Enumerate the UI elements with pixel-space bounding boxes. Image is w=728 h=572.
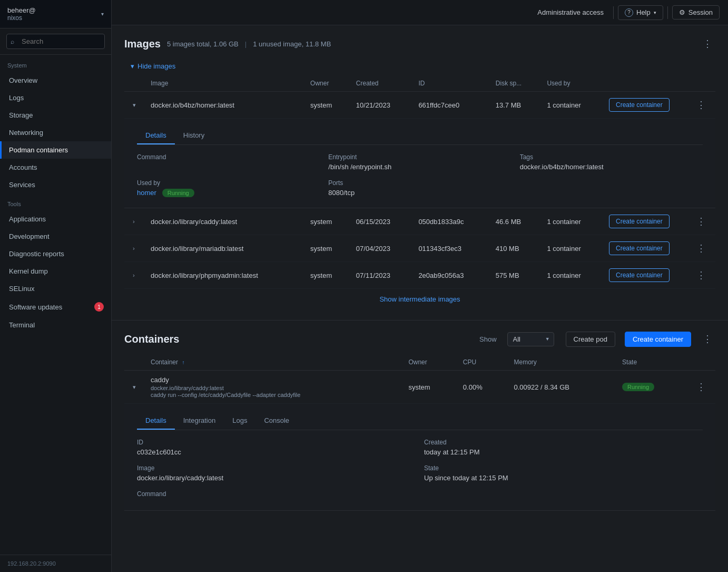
col-id: ID (412, 75, 489, 92)
help-button[interactable]: ? Help ▾ (618, 5, 663, 20)
caddy-details-cell: Details Integration Logs Console ID c032… (124, 404, 715, 511)
row3-create-container-button[interactable]: Create container (609, 241, 670, 255)
row2-expand-button[interactable]: › (131, 217, 137, 226)
sidebar-item-podman[interactable]: Podman containers (0, 141, 111, 159)
row4-create-container-button[interactable]: Create container (609, 268, 670, 282)
table-row: › docker.io/library/caddy:latest system … (124, 208, 715, 235)
sidebar-item-development[interactable]: Development (0, 228, 111, 245)
sidebar-item-diagnostic[interactable]: Diagnostic reports (0, 245, 111, 263)
create-container-main-button[interactable]: Create container (625, 332, 691, 347)
sidebar-item-software[interactable]: Software updates 1 (0, 297, 111, 316)
sidebar-item-networking[interactable]: Networking (0, 124, 111, 141)
show-filter-select[interactable]: All Running Stopped (507, 332, 554, 346)
cont-col-state: State (616, 354, 687, 371)
row3-created: 07/04/2023 (350, 235, 412, 262)
row1-used-by-link[interactable]: homer (137, 189, 156, 197)
row1-tags-value: docker.io/b4bz/homer:latest (520, 163, 703, 171)
row1-create-container-button[interactable]: Create container (609, 98, 670, 112)
sidebar-item-overview[interactable]: Overview (0, 72, 111, 89)
caddy-tab-integration[interactable]: Integration (175, 412, 224, 430)
table-row: ▾ docker.io/b4bz/homer:latest system 10/… (124, 92, 715, 119)
sidebar-item-kernel[interactable]: Kernel dump (0, 263, 111, 280)
row3-more: ⋮ (687, 235, 715, 262)
images-more-button[interactable]: ⋮ (700, 36, 715, 52)
row2-hash: 050db1833a9c (412, 208, 489, 235)
row1-details-tabs: Details History (137, 127, 703, 145)
caddy-details-inner: Details Integration Logs Console ID c032… (124, 404, 715, 510)
row1-hash: 661ffdc7cee0 (412, 92, 489, 119)
cont-col-owner: Owner (402, 354, 456, 371)
row1-tab-details[interactable]: Details (137, 127, 175, 144)
row4-more: ⋮ (687, 262, 715, 289)
search-wrap: ⌕ (6, 34, 105, 49)
software-badge: 1 (94, 302, 104, 312)
caddy-memory: 0.00922 / 8.34 GB (507, 371, 616, 404)
row1-details-cell: Details History Command Entryp (124, 119, 715, 208)
search-input[interactable] (6, 34, 105, 49)
row2-more-button[interactable]: ⋮ (693, 214, 709, 229)
row1-tab-history[interactable]: History (175, 127, 213, 144)
cont-col-container: Container ↑ (144, 354, 402, 371)
caddy-tab-details[interactable]: Details (137, 412, 175, 430)
row4-actions: Create container (603, 262, 687, 289)
row1-more-button[interactable]: ⋮ (693, 97, 709, 113)
sidebar-item-accounts[interactable]: Accounts (0, 159, 111, 176)
hide-images-toggle[interactable]: ▾ Hide images (124, 59, 715, 73)
images-meta2: 1 unused image, 11.8 MB (253, 40, 331, 48)
sort-asc-icon[interactable]: ↑ (182, 360, 184, 365)
sidebar-item-storage[interactable]: Storage (0, 106, 111, 124)
sidebar-footer: 192.168.20.2:9090 (0, 555, 111, 572)
caddy-expand-cell: ▾ (124, 371, 144, 404)
sidebar: beheer@ nixos ▾ ⌕ System Overview Logs S… (0, 0, 112, 572)
row4-more-button[interactable]: ⋮ (693, 267, 709, 283)
images-title: Images (124, 38, 161, 50)
session-button[interactable]: ⚙ Session (672, 5, 720, 20)
show-intermediate-link[interactable]: Show intermediate images (124, 289, 715, 309)
sidebar-item-logs[interactable]: Logs (0, 89, 111, 106)
admin-access-label: Administrative access (532, 6, 609, 19)
row1-entrypoint-label: Entrypoint (328, 153, 511, 161)
table-row: › docker.io/library/phpmyadmin:latest sy… (124, 262, 715, 289)
sidebar-header[interactable]: beheer@ nixos ▾ (0, 0, 111, 28)
images-meta-sep: | (245, 40, 247, 48)
row3-expand-button[interactable]: › (131, 244, 137, 253)
row1-detail-entrypoint: Entrypoint /bin/sh /entrypoint.sh (328, 153, 511, 171)
caddy-tab-console[interactable]: Console (255, 412, 298, 430)
row3-more-button[interactable]: ⋮ (693, 240, 709, 256)
row1-expand-button[interactable]: ▾ (131, 101, 138, 110)
row2-image-name: docker.io/library/caddy:latest (144, 208, 304, 235)
overview-label: Overview (9, 76, 37, 84)
sidebar-item-applications[interactable]: Applications (0, 210, 111, 228)
containers-section: Containers Show All Running Stopped Crea… (112, 321, 728, 521)
help-circle-icon: ? (625, 8, 633, 17)
sidebar-item-terminal[interactable]: Terminal (0, 316, 111, 334)
help-label: Help (636, 8, 651, 16)
main-area: Administrative access ? Help ▾ ⚙ Session… (112, 0, 728, 572)
row4-expand-cell: › (124, 262, 144, 289)
row2-create-container-button[interactable]: Create container (609, 215, 670, 228)
sidebar-item-selinux[interactable]: SELinux (0, 280, 111, 297)
col-disk: Disk sp... (489, 75, 541, 92)
development-label: Development (9, 232, 50, 240)
caddy-more-cell: ⋮ (687, 371, 715, 404)
images-meta1: 5 images total, 1.06 GB (167, 40, 239, 48)
col-more (687, 75, 715, 92)
sidebar-item-services[interactable]: Services (0, 176, 111, 193)
row4-expand-button[interactable]: › (131, 271, 137, 279)
table-row: › docker.io/library/mariadb:latest syste… (124, 235, 715, 262)
caddy-created-value: today at 12:15 PM (424, 448, 703, 456)
sidebar-user-info: beheer@ nixos (7, 6, 97, 22)
create-pod-button[interactable]: Create pod (566, 332, 615, 347)
row2-owner: system (304, 208, 350, 235)
row1-detail-ports: Ports 8080/tcp (328, 179, 511, 197)
containers-more-button[interactable]: ⋮ (700, 331, 715, 347)
caddy-detail-created: Created today at 12:15 PM (424, 439, 703, 456)
row3-disk: 410 MB (489, 235, 541, 262)
caddy-details-tabs: Details Integration Logs Console (137, 412, 703, 430)
caddy-tab-logs[interactable]: Logs (224, 412, 255, 430)
caddy-expand-button[interactable]: ▾ (131, 383, 138, 392)
caddy-more-button[interactable]: ⋮ (693, 379, 709, 395)
row4-disk: 575 MB (489, 262, 541, 289)
row1-ports-value: 8080/tcp (328, 189, 511, 197)
selinux-label: SELinux (9, 285, 34, 293)
